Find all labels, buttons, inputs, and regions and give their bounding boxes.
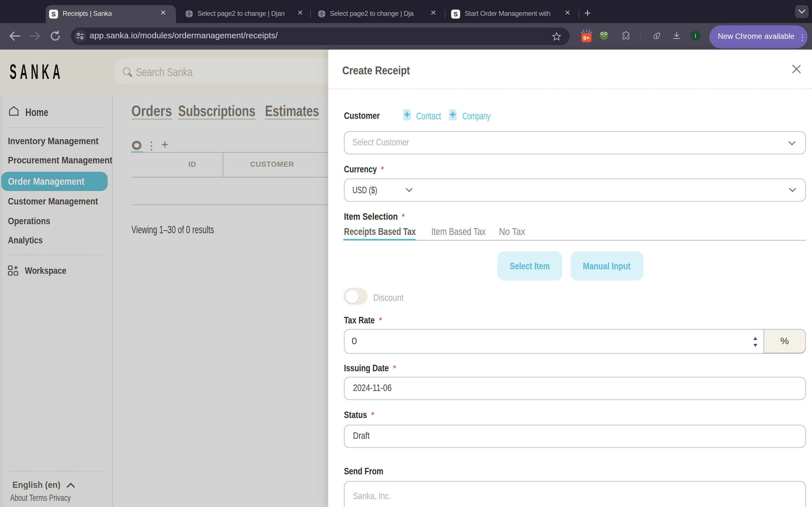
svg-text:9+: 9+: [583, 35, 590, 41]
